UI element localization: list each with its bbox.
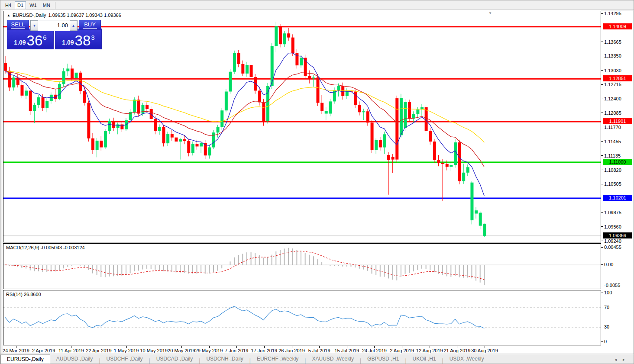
price-axis-tick: 1.13030	[601, 68, 632, 73]
price-axis-tick: 1.13350	[601, 53, 632, 58]
rsi-axis-tick: 70	[601, 305, 632, 310]
date-label: 2 Apr 2019	[32, 348, 55, 353]
timeframe-button-h4[interactable]: H4	[3, 1, 14, 9]
date-label: 21 Aug 2019	[443, 348, 470, 353]
timeframe-button-mn[interactable]: MN	[40, 1, 53, 9]
price-axis-tick: 1.11455	[601, 139, 632, 144]
chart-ohlc-values: 1.09635 1.09637 1.09343 1.09366	[49, 13, 121, 18]
price-axis-tick: 1.12085	[601, 110, 632, 116]
date-label: 24 Jul 2019	[362, 348, 387, 353]
date-label: 22 Apr 2019	[86, 348, 111, 353]
toolbar-divider	[55, 2, 55, 9]
price-badge-1.11901: 1.11901	[603, 118, 632, 124]
rsi-line	[5, 306, 484, 329]
date-label: 29 May 2019	[195, 348, 223, 353]
macd-axis-tick: 0.00455	[601, 245, 632, 250]
macd-axis-tick: 0.00	[601, 262, 632, 267]
chart-tab-audusd-daily[interactable]: AUDUSD-,Daily	[50, 354, 99, 364]
date-label: 1 May 2019	[114, 348, 139, 353]
date-label: 17 Jun 2019	[251, 348, 278, 353]
price-axis-tick: 1.12400	[601, 96, 632, 101]
tab-scroll-right-icon: ▸	[623, 357, 631, 362]
volume-stepper: ▼ 1.00 ▲	[30, 20, 78, 31]
price-axis-tick: 1.10820	[601, 168, 632, 173]
date-axis: 24 Mar 20192 Apr 201911 Apr 201922 Apr 2…	[3, 346, 601, 354]
hline-1.10201	[3, 197, 601, 199]
macd-pane[interactable]: MACD(12,26,9) -0.005043 -0.003124	[3, 243, 601, 289]
buy-price-pip: 3	[91, 34, 94, 41]
volume-input[interactable]: 1.00	[38, 20, 70, 31]
ma-line	[5, 71, 484, 167]
chart-tab-eurusd-daily[interactable]: EURUSD-,Daily	[0, 354, 50, 364]
price-badge-1.11000: 1.11000	[603, 159, 632, 165]
price-badge-1.09366: 1.09366	[603, 232, 632, 238]
timeframe-button-d1[interactable]: D1	[15, 1, 26, 9]
date-label: 30 Aug 2019	[471, 348, 498, 353]
rsi-axis-tick: 30	[601, 324, 632, 329]
tab-scroll-arrows[interactable]: ◂▸	[615, 357, 631, 362]
price-axis-tick: 1.14295	[601, 11, 632, 16]
chart-title: ▲ EURUSD-,Daily 1.09635 1.09637 1.09343 …	[7, 13, 121, 18]
price-axis-tick: 1.11770	[601, 125, 632, 130]
date-label: 2 Aug 2019	[390, 348, 414, 353]
chart-tab-eurchf-weekly[interactable]: EURCHF-,Weekly	[251, 354, 304, 364]
hline-1.12851	[3, 78, 601, 80]
chart-tab-usdcnh-daily[interactable]: USDCNH-,Daily	[200, 354, 249, 364]
timeframe-button-w1[interactable]: W1	[27, 1, 39, 9]
chart-tab-usdcad-daily[interactable]: USDCAD-,Daily	[150, 354, 199, 364]
price-shift-marker-icon[interactable]: ▼	[488, 11, 492, 15]
date-label: 26 Jun 2019	[278, 348, 305, 353]
macd-label: MACD(12,26,9) -0.005043 -0.003124	[6, 245, 85, 250]
date-label: 5 Jul 2019	[308, 348, 330, 353]
sell-quote[interactable]: 1.09 36 6	[7, 29, 54, 49]
volume-down-button[interactable]: ▼	[31, 20, 38, 31]
price-axis-tick: 1.12715	[601, 82, 632, 87]
chart-tab-usdx-weekly[interactable]: USDX-,Weekly	[443, 354, 490, 364]
price-axis: 1.142951.136651.133501.130301.127151.124…	[601, 11, 632, 345]
price-axis-tick: 1.09240	[601, 238, 632, 244]
date-label: 15 Jul 2019	[334, 348, 359, 353]
hline-1.11000	[3, 161, 601, 163]
chart-tab-usdchf-daily[interactable]: USDCHF-,Daily	[100, 354, 149, 364]
chart-tab-gbpusd-h1[interactable]: GBPUSD-,H1	[361, 354, 405, 364]
timeframe-toolbar: H4D1W1MN	[0, 0, 634, 10]
chart-tab-xauusd-weekly[interactable]: XAUUSD-,Weekly	[306, 354, 359, 364]
chart-symbol-label: EURUSD-,Daily	[13, 13, 46, 18]
rsi-label: RSI(14) 26.8600	[6, 292, 41, 297]
chart-tab-ukoil-h1[interactable]: UKOil-,H1	[407, 354, 442, 364]
price-badge-1.12851: 1.12851	[603, 75, 632, 81]
date-label: 10 May 2019	[140, 348, 168, 353]
macd-signal-line	[5, 251, 484, 280]
sell-button[interactable]: SELL	[7, 20, 29, 30]
date-label: 24 Mar 2019	[3, 348, 29, 353]
tab-scroll-left-icon: ◂	[615, 357, 623, 362]
rsi-pane[interactable]: RSI(14) 26.8600	[3, 290, 601, 345]
price-pane[interactable]: ▲ EURUSD-,Daily 1.09635 1.09637 1.09343 …	[3, 11, 601, 242]
price-badge-1.10201: 1.10201	[603, 195, 632, 201]
date-label: 7 Jun 2019	[225, 348, 248, 353]
rsi-axis-tick: 0	[601, 339, 632, 344]
price-axis-tick: 1.13665	[601, 39, 632, 45]
price-badge-1.14009: 1.14009	[603, 23, 632, 29]
macd-canvas[interactable]	[3, 244, 601, 289]
volume-up-button[interactable]: ▲	[70, 20, 77, 31]
rsi-axis-tick: 100	[601, 290, 632, 295]
one-click-trading-panel: SELL ▼ 1.00 ▲ BUY 1.09 36 6 1.09	[7, 20, 102, 49]
hline-1.11901	[3, 121, 601, 122]
sell-price-prefix: 1.09	[14, 39, 26, 46]
price-axis-tick: 1.09560	[601, 224, 632, 229]
date-label: 12 Aug 2019	[416, 348, 443, 353]
collapse-icon[interactable]: ▲	[7, 13, 10, 17]
macd-axis-tick: -0.0055	[601, 283, 632, 288]
chart-window: ▲ EURUSD-,Daily 1.09635 1.09637 1.09343 …	[3, 11, 633, 354]
date-label: 20 May 2019	[168, 348, 195, 353]
price-axis-tick: 1.10505	[601, 181, 632, 187]
buy-price-prefix: 1.09	[62, 39, 74, 46]
price-axis-tick: 1.11135	[601, 153, 632, 158]
mt4-window: H4D1W1MN ▲ EURUSD-,Daily 1.09635 1.09637…	[0, 0, 634, 364]
rsi-canvas[interactable]	[3, 290, 601, 345]
buy-quote[interactable]: 1.09 38 3	[55, 29, 102, 49]
date-label: 11 Apr 2019	[58, 348, 84, 353]
buy-button[interactable]: BUY	[79, 20, 101, 30]
chart-tab-bar: EURUSD-,DailyAUDUSD-,Daily|USDCHF-,Daily…	[0, 354, 634, 364]
